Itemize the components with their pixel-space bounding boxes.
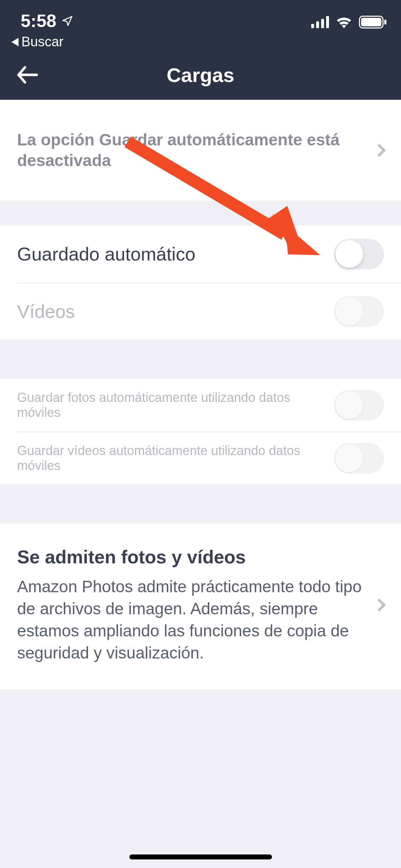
battery-icon (359, 16, 387, 29)
home-indicator[interactable] (129, 854, 272, 859)
autosave-row: Guardado automático (0, 226, 401, 283)
status-time: 5:58 (21, 11, 56, 31)
svg-rect-6 (384, 20, 386, 25)
cellular-icon (311, 16, 329, 28)
autosave-label: Guardado automático (17, 243, 195, 265)
wifi-icon (335, 16, 353, 28)
autosave-toggle[interactable] (334, 239, 384, 269)
svg-rect-3 (326, 16, 329, 28)
videos-cellular-row: Guardar vídeos automáticamente utilizand… (17, 432, 401, 484)
page-title: Cargas (167, 63, 235, 87)
autosave-off-text: La opción Guardar automáticamente está d… (17, 130, 369, 171)
info-title: Se admiten fotos y vídeos (17, 546, 366, 568)
photos-cellular-row: Guardar fotos automáticamente utilizando… (0, 379, 401, 432)
chevron-right-icon (373, 599, 386, 612)
status-time-area: 5:58 (21, 11, 73, 31)
status-back-label: Buscar (21, 34, 63, 50)
info-body-text: Amazon Photos admite prácticamente todo … (17, 575, 366, 664)
supported-media-info[interactable]: Se admiten fotos y vídeos Amazon Photos … (0, 523, 401, 689)
autosave-off-banner[interactable]: La opción Guardar automáticamente está d… (0, 100, 401, 201)
svg-rect-2 (321, 19, 324, 28)
videos-label: Vídeos (17, 301, 75, 322)
videos-toggle (334, 296, 384, 327)
back-arrow-icon (16, 66, 38, 84)
back-triangle-icon (11, 38, 19, 46)
svg-rect-1 (316, 21, 319, 28)
videos-cellular-toggle (334, 443, 384, 474)
status-bar: 5:58 Buscar (0, 0, 401, 50)
back-button[interactable] (16, 66, 38, 84)
svg-rect-5 (361, 18, 381, 26)
chevron-right-icon (373, 144, 386, 157)
videos-cellular-label: Guardar vídeos automáticamente utilizand… (17, 443, 334, 473)
status-back-to-app[interactable]: Buscar (11, 34, 63, 50)
videos-row: Vídeos (17, 283, 401, 340)
svg-rect-0 (311, 24, 314, 28)
nav-bar: Cargas (0, 50, 401, 100)
photos-cellular-label: Guardar fotos automáticamente utilizando… (17, 390, 334, 420)
status-right-icons (311, 16, 387, 29)
photos-cellular-toggle (334, 390, 384, 420)
location-icon (61, 15, 73, 27)
